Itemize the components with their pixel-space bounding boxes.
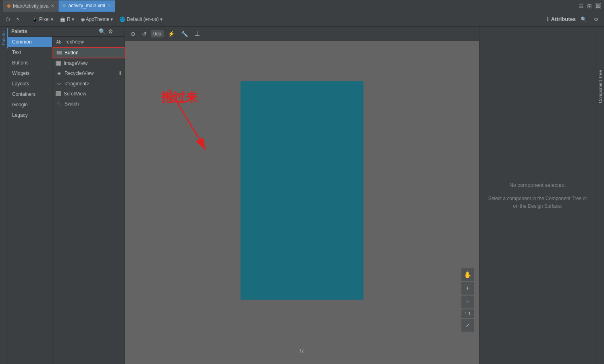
imageview-icon: 🖼 — [56, 61, 61, 66]
palette-items: Ab TextView Button 🖼 ImageView ☰ Recycle… — [52, 37, 125, 364]
design-area: ⊙ ↺ 0dp ⚡ 🔧 ⊥ 拖过来 — [125, 27, 479, 364]
tab-main-activity[interactable]: MainActivity.java ✕ — [3, 0, 58, 12]
theme-icon: ◉ — [81, 17, 85, 22]
palette-cat-google[interactable]: Google — [8, 99, 52, 110]
tab-activity-xml[interactable]: activity_main.xml ✕ — [58, 0, 115, 12]
locale-label: Default (en-us) — [127, 17, 158, 22]
palette-panel: Palette 🔍 ⚙ — Common Text Buttons Widget… — [8, 27, 125, 364]
palette-item-imageview-label: ImageView — [64, 60, 87, 66]
tab-close-xml[interactable]: ✕ — [108, 3, 111, 8]
palette-categories: Common Text Buttons Widgets Layouts Cont… — [8, 37, 52, 364]
component-tree-label[interactable]: Component Tree — [597, 67, 604, 106]
palette-item-recyclerview-label: RecyclerView — [65, 70, 94, 76]
palette-header: Palette 🔍 ⚙ — — [8, 27, 125, 37]
palette-body: Common Text Buttons Widgets Layouts Cont… — [8, 37, 125, 364]
main-toolbar: ⬡ ↖ 📱 Pixel ▾ 🤖 R ▾ ◉ AppTheme ▾ 🌐 Defau… — [0, 12, 604, 27]
zero-dp-button[interactable]: 0dp — [151, 30, 164, 37]
attributes-header-label: Attributes — [551, 16, 576, 22]
palette-minimize-icon[interactable]: — — [116, 28, 121, 35]
attr-hint-text: Select a component in the Component Tree… — [487, 195, 588, 210]
r-chevron-icon: ▾ — [72, 17, 74, 22]
palette-item-fragment[interactable]: <> <fragment> — [52, 79, 125, 89]
info-button[interactable]: ℹ — [547, 16, 549, 23]
baseline-button[interactable]: ⊥ — [192, 29, 202, 39]
palette-item-recyclerview[interactable]: ☰ RecyclerView ⬇ — [52, 68, 125, 79]
attributes-panel: No component selected. Select a componen… — [479, 27, 596, 364]
palette-cat-containers[interactable]: Containers — [8, 89, 52, 99]
xml-file-icon — [62, 4, 66, 7]
palette-item-switch[interactable]: ⚫ Switch — [52, 99, 125, 109]
r-label: R — [67, 17, 71, 22]
palette-item-imageview[interactable]: 🖼 ImageView — [52, 58, 125, 68]
orient-button[interactable]: ⬡ — [3, 15, 12, 23]
attr-settings-button[interactable]: ⚙ — [592, 15, 601, 23]
switch-icon: ⚫ — [56, 101, 62, 107]
palette-cat-buttons[interactable]: Buttons — [8, 58, 52, 68]
locale-icon: 🌐 — [119, 17, 125, 22]
phone-frame — [241, 81, 364, 300]
palette-search-icon[interactable]: 🔍 — [99, 28, 106, 35]
palette-vtab[interactable]: Palette — [0, 28, 8, 48]
android-icon: 🤖 — [60, 17, 66, 22]
zoom-to-fit-button[interactable]: ⊙ — [128, 29, 138, 38]
refresh-button[interactable]: ↺ — [140, 29, 149, 38]
palette-item-scrollview[interactable]: ScrollView — [52, 89, 125, 99]
attr-search-button[interactable]: 🔍 — [578, 15, 589, 23]
tab-activity-xml-label: activity_main.xml — [68, 3, 105, 8]
toolbar-sep-1 — [26, 15, 26, 23]
no-component-text: No component selected. — [509, 180, 566, 190]
resize-indicator: // — [300, 348, 304, 354]
palette-item-button[interactable]: Button — [52, 47, 125, 58]
textview-icon: Ab — [56, 39, 62, 45]
palette-cat-text[interactable]: Text — [8, 47, 52, 58]
palette-item-button-label: Button — [65, 50, 79, 56]
component-tree-vtab: Component Tree — [596, 27, 604, 364]
device-icon: 📱 — [32, 17, 38, 22]
main-layout: Palette Palette 🔍 ⚙ — Common Text Button… — [0, 27, 604, 364]
image-icon[interactable]: 🖼 — [595, 3, 601, 9]
palette-item-scrollview-label: ScrollView — [64, 91, 86, 97]
r-dropdown[interactable]: 🤖 R ▾ — [57, 15, 77, 23]
apptheme-chevron-icon: ▾ — [110, 17, 113, 22]
apptheme-label: AppTheme — [86, 17, 110, 22]
annotation-text: 拖过来 — [161, 89, 198, 106]
tab-close-main[interactable]: ✕ — [51, 4, 54, 8]
palette-item-textview-label: TextView — [65, 39, 84, 45]
select-button[interactable]: ↖ — [14, 15, 23, 23]
vertical-tab-palette: Palette — [0, 27, 8, 364]
palette-cat-legacy[interactable]: Legacy — [8, 110, 52, 120]
design-toolbar: ⊙ ↺ 0dp ⚡ 🔧 ⊥ — [125, 27, 479, 41]
fragment-icon: <> — [56, 81, 62, 87]
locale-chevron-icon: ▾ — [160, 17, 162, 22]
palette-item-switch-label: Switch — [65, 101, 79, 107]
fit-screen-button[interactable]: ⤢ — [461, 319, 474, 332]
palette-cat-layouts[interactable]: Layouts — [8, 79, 52, 89]
design-canvas[interactable]: 拖过来 ✋ + − 1:1 ⤢ // — [125, 41, 479, 364]
apptheme-dropdown[interactable]: ◉ AppTheme ▾ — [78, 15, 116, 23]
device-dropdown[interactable]: 📱 Pixel ▾ — [29, 15, 56, 23]
download-icon: ⬇ — [118, 70, 122, 76]
attr-content: No component selected. Select a componen… — [479, 27, 596, 364]
device-label: Pixel — [39, 17, 50, 22]
palette-item-fragment-label: <fragment> — [65, 81, 89, 87]
hand-tool-button[interactable]: ✋ — [461, 268, 474, 281]
recyclerview-icon: ☰ — [56, 70, 62, 77]
device-chevron-icon: ▾ — [51, 17, 53, 22]
locale-dropdown[interactable]: 🌐 Default (en-us) ▾ — [117, 15, 165, 23]
palette-header-icons: 🔍 ⚙ — — [99, 28, 121, 35]
zoom-in-button[interactable]: + — [461, 282, 474, 295]
palette-cat-common[interactable]: Common — [8, 37, 52, 47]
title-icons: ☰ ⊞ 🖼 — [579, 3, 601, 9]
tab-main-activity-label: MainActivity.java — [13, 3, 48, 9]
palette-cat-widgets[interactable]: Widgets — [8, 68, 52, 79]
zoom-out-button[interactable]: − — [461, 296, 474, 308]
transform-button[interactable]: ⚡ — [165, 29, 177, 38]
zoom-ratio[interactable]: 1:1 — [461, 309, 474, 318]
hamburger-icon[interactable]: ☰ — [579, 3, 584, 9]
zoom-controls: ✋ + − 1:1 ⤢ — [461, 268, 474, 332]
adjust-button[interactable]: 🔧 — [179, 29, 190, 38]
grid-icon[interactable]: ⊞ — [587, 3, 592, 9]
palette-settings-icon[interactable]: ⚙ — [108, 28, 113, 35]
svg-line-1 — [169, 89, 206, 150]
palette-item-textview[interactable]: Ab TextView — [52, 37, 125, 47]
